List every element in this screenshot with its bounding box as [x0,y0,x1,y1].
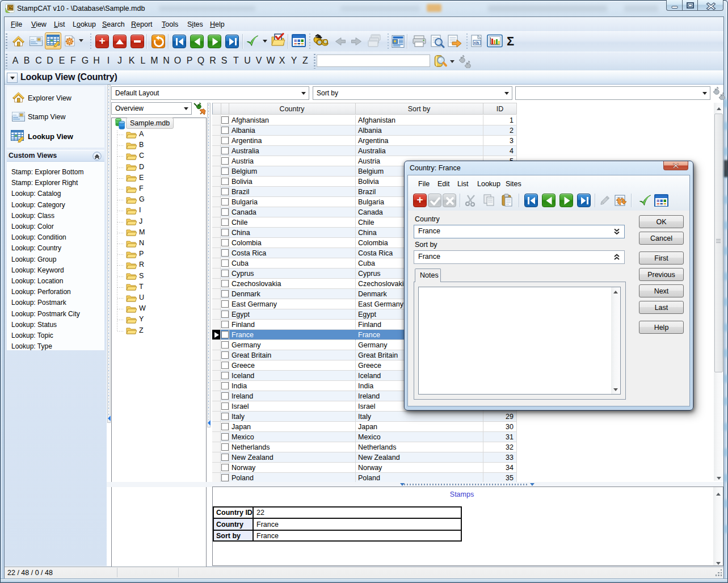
svg-text:<h: <h [474,40,479,45]
